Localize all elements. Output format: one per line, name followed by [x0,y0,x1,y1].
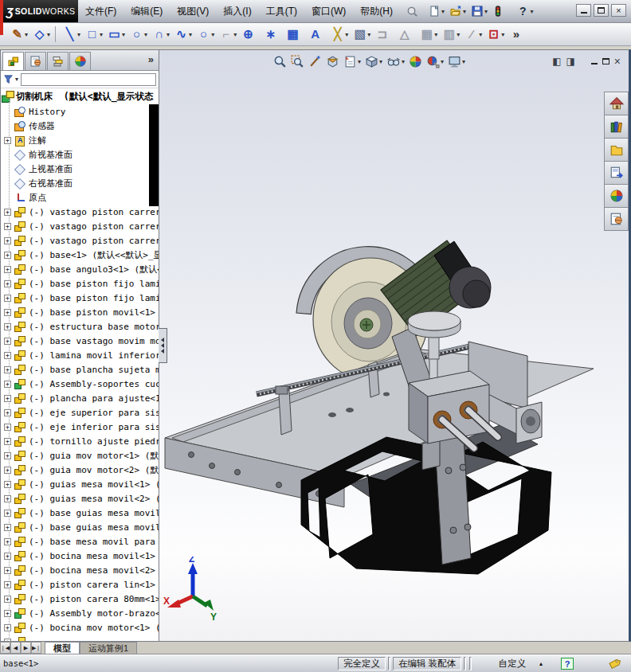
construction-geometry-icon[interactable]: ∗ ▾ [261,25,284,44]
tree-item[interactable]: (-) vastago piston carrera [1,233,159,248]
expander-icon[interactable] [4,223,11,230]
featuremanager-tab[interactable] [2,52,24,70]
expander-icon[interactable] [4,280,11,287]
file-explorer-icon[interactable] [604,138,629,162]
expander-icon[interactable] [4,624,11,631]
tree-item[interactable]: (-) piston carera 80mm<1> [1,592,159,606]
expander-icon[interactable] [4,323,11,330]
ellipse-icon[interactable]: ○ ▾ [194,25,217,44]
circular-pattern-icon[interactable]: ▥ ▾ [440,25,462,44]
tree-item[interactable]: (-) eje inferior para sist [1,420,159,434]
expander-icon[interactable] [4,395,11,402]
graphics-viewport[interactable]: ▾ ▾ ▾ ▾ ▾ ◧ ◨ × [159,49,631,642]
tab-prev-button[interactable]: ◀ [10,642,21,654]
close-button[interactable]: × [611,4,626,17]
menu-item[interactable]: 帮助(H) [353,0,400,22]
tree-item[interactable]: (-) tornillo ajuste piedra [1,434,159,448]
pane-right-icon[interactable]: ◨ [566,56,574,67]
expander-icon[interactable] [4,524,11,531]
tree-item[interactable]: (-) base guias mesa movil_ [1,520,159,534]
tree-item[interactable]: 原点 [1,190,159,205]
offset-entities-icon[interactable]: ⊐ ▾ [373,25,395,44]
linear-pattern-icon[interactable]: ▦ ▾ [417,25,440,44]
tags-icon[interactable] [608,658,621,670]
tab-last-button[interactable]: ▶❘ [31,642,41,654]
expander-icon[interactable] [4,438,11,445]
tree-item[interactable]: 传感器 [1,119,159,133]
expander-icon[interactable] [4,366,11,373]
expander-icon[interactable] [4,209,11,216]
custom-dropdown-icon[interactable]: ▴ [535,657,547,670]
display-relations-icon[interactable]: ⁄ ▾ [462,25,484,44]
expander-icon[interactable] [4,137,11,144]
open-icon[interactable]: ▾ [448,4,468,18]
filter-funnel-icon[interactable] [3,74,14,85]
corner-rectangle-icon[interactable]: □ ▾ [83,25,105,44]
expander-icon[interactable] [4,596,11,603]
expander-icon[interactable] [4,237,11,244]
menu-item[interactable]: 视图(V) [170,0,216,22]
tree-item[interactable]: (-) lamina movil inferior- [1,348,159,362]
trim-entities-icon[interactable]: ╳ ▾ [328,25,351,44]
configurationmanager-tab[interactable] [47,52,69,70]
solidworks-resources-icon[interactable] [604,92,629,115]
tree-item[interactable]: (-) guias mesa movil<2> (默 [1,491,159,506]
menu-item[interactable]: 工具(T) [259,0,304,22]
tree-item[interactable]: (-) base piston fijo lamin [1,276,159,291]
expander-icon[interactable] [4,295,11,302]
motion-study-tab[interactable]: 运动算例1 [80,642,137,654]
expander-icon[interactable] [4,338,11,345]
menu-item[interactable]: 窗口(W) [304,0,353,22]
tree-item[interactable]: 上视基准面 [1,162,159,176]
tree-item[interactable]: (-) base plancha sujeta mo [1,362,159,377]
maximize-button[interactable] [594,4,609,17]
expander-icon[interactable] [4,481,11,488]
assembly-root-item[interactable]: 切割机床 (默认<默认_显示状态 [1,88,159,104]
filter-dropdown-icon[interactable]: ▾ [15,76,18,83]
straight-slot-icon[interactable]: ▭ ▾ [105,25,127,44]
hide-show-items-icon[interactable]: ▾ [386,54,406,69]
rx-traffic-light-icon[interactable] [491,4,505,18]
sketch-icon[interactable]: ✎ ▾ [8,25,30,44]
help-icon[interactable]: ? [518,4,528,18]
tree-item[interactable]: (-) piston carera lin<1> ( [1,577,159,592]
tree-item[interactable] [1,635,159,642]
tree-item[interactable]: 前视基准面 [1,147,159,162]
circle-icon[interactable]: ○ ▾ [127,25,150,44]
tree-item[interactable]: (-) base<1> (默认<<默认>_显 [1,248,159,262]
view-palette-icon[interactable] [604,161,629,185]
line-icon[interactable]: ╲ ▾ [61,25,83,44]
rotate-view-icon[interactable] [308,54,323,69]
zoom-area-icon[interactable] [290,54,305,69]
expander-icon[interactable] [4,424,11,431]
expander-icon[interactable] [4,409,11,416]
expander-icon[interactable] [4,452,11,459]
tree-item[interactable]: (-) bocina mov motor<1> (默 [1,620,159,635]
doc-close-icon[interactable]: × [614,56,621,67]
expander-icon[interactable] [4,581,11,588]
more-tools-chevron[interactable]: » ▾ [507,25,529,44]
model-tab[interactable]: 模型 [45,642,80,654]
expander-icon[interactable] [4,538,11,545]
point-icon[interactable]: ⊕ ▾ [239,25,261,44]
apply-scene-icon[interactable]: ▾ [425,54,445,69]
doc-minimize-icon[interactable] [591,56,598,67]
tree-item[interactable]: (-) bocina mesa movil<2> ( [1,563,159,577]
sketch-text-icon[interactable]: A ▾ [306,25,328,44]
centerpoint-arc-icon[interactable]: ∩ ▾ [150,25,172,44]
view-settings-icon[interactable]: ▾ [447,54,466,69]
panel-flyout-handle[interactable] [159,328,167,363]
save-icon[interactable]: ▾ [469,4,489,18]
tree-item[interactable]: (-) plancha para ajuste<1> [1,391,159,405]
expander-icon[interactable] [4,352,11,359]
tree-item[interactable]: (-) bocina mesa movil<1> ( [1,549,159,563]
tab-next-button[interactable]: ▶ [21,642,31,654]
tree-item[interactable]: (-) estructura base motor< [1,319,159,334]
tree-item[interactable]: (-) base piston fijo lamin [1,291,159,305]
expander-icon[interactable] [4,553,11,560]
menu-item[interactable]: 插入(I) [216,0,258,22]
propertymanager-tab[interactable] [25,52,46,70]
section-view-icon[interactable] [325,54,340,69]
separator[interactable]: ▾ [55,26,58,42]
expander-icon[interactable] [4,467,11,474]
